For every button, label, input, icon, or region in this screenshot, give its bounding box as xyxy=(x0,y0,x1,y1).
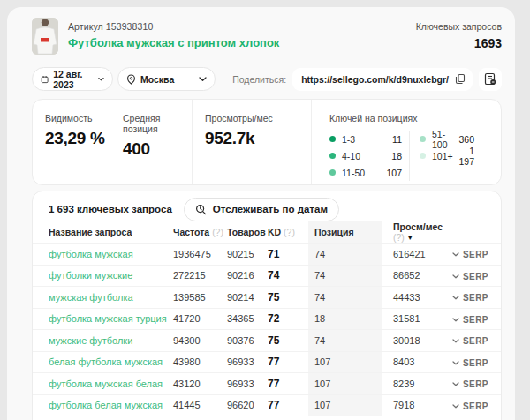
serp-label: SERP xyxy=(463,336,488,346)
col-header-products[interactable]: Товаров xyxy=(227,227,268,237)
serp-link[interactable]: SERP xyxy=(452,336,488,346)
product-text: Артикул 153938310 Футболка мужская с при… xyxy=(68,18,279,49)
legend-dot xyxy=(329,169,336,176)
keywords-summary: Ключевых запросов 1693 xyxy=(416,18,502,50)
position-cell: 74 xyxy=(308,287,382,308)
legend-count: 107 xyxy=(386,168,402,178)
copy-icon[interactable] xyxy=(455,73,466,85)
report-button[interactable] xyxy=(479,68,502,91)
frequency-cell: 272215 xyxy=(173,270,227,281)
stat-avg-position: Средняя позиция 400 xyxy=(110,100,192,184)
date-value: 12 авг. 2023 xyxy=(53,69,94,90)
track-by-dates-label: Отслеживать по датам xyxy=(213,204,328,214)
query-link[interactable]: футболка мужская белая xyxy=(49,379,163,389)
chevron-down-icon xyxy=(452,382,459,386)
product-title-link[interactable]: Футболка мужская с принтом хлопок xyxy=(68,36,279,49)
key-positions-label: Ключей на позициях xyxy=(329,113,501,124)
legend-count: 360 xyxy=(458,134,474,145)
serp-label: SERP xyxy=(463,358,488,368)
table-header-row: Название запроса Частота (?) Товаров KD … xyxy=(33,221,501,243)
keywords-label: Ключевых запросов xyxy=(416,21,502,32)
views-cell: 30018 xyxy=(382,335,452,346)
position-cell: 74 xyxy=(308,244,382,265)
serp-label: SERP xyxy=(463,379,488,389)
views-cell: 44433 xyxy=(382,292,452,303)
hint-icon[interactable]: (?) xyxy=(284,227,295,237)
products-cell: 34365 xyxy=(227,313,268,324)
col-header-position[interactable]: Позиция xyxy=(308,221,382,243)
query-link[interactable]: футболка мужская xyxy=(49,249,133,259)
chevron-down-icon xyxy=(98,77,104,82)
query-link[interactable]: мужская футболка xyxy=(49,292,133,303)
serp-label: SERP xyxy=(463,250,488,259)
city-value: Москва xyxy=(140,74,174,85)
chevron-down-icon xyxy=(452,339,459,343)
col-header-kd[interactable]: KD (?) xyxy=(268,227,308,237)
positions-legend: 1-3 11 4-10 18 11-50 107 xyxy=(329,131,501,181)
stat-views-month-label: Просмотры/мес xyxy=(205,113,311,124)
frequency-cell: 41720 xyxy=(173,313,227,324)
table-row[interactable]: футболка мужская турция 41720 34365 72 1… xyxy=(33,308,501,330)
stat-visibility: Видимость 23,29 % xyxy=(33,100,110,184)
frequency-cell: 1936475 xyxy=(173,249,227,259)
table-row[interactable]: футболка мужская белая 43120 96933 77 10… xyxy=(33,372,501,394)
serp-link[interactable]: SERP xyxy=(452,272,488,281)
kd-cell: 74 xyxy=(268,269,308,281)
products-cell: 90214 xyxy=(227,292,268,303)
query-link[interactable]: футболки мужские xyxy=(49,270,132,281)
product-image[interactable] xyxy=(32,18,58,55)
report-file-icon xyxy=(484,72,496,86)
map-pin-icon xyxy=(126,74,136,85)
views-cell: 31581 xyxy=(382,313,452,324)
serp-label: SERP xyxy=(463,315,488,325)
serp-link[interactable]: SERP xyxy=(452,401,488,411)
legend-count: 11 xyxy=(392,134,402,145)
serp-link[interactable]: SERP xyxy=(452,358,488,368)
views-cell: 8239 xyxy=(382,379,452,389)
serp-link[interactable]: SERP xyxy=(452,250,488,259)
frequency-cell: 43120 xyxy=(173,379,227,389)
track-by-dates-button[interactable]: Отслеживать по датам xyxy=(184,198,339,221)
serp-link[interactable]: SERP xyxy=(452,293,488,303)
hint-icon[interactable]: (?) xyxy=(212,227,223,237)
table-row[interactable]: футболка мужская 1936475 90215 71 74 616… xyxy=(33,243,501,265)
chevron-down-icon xyxy=(199,77,207,82)
stat-views-month: Просмотры/мес 952.7k xyxy=(192,100,311,184)
products-cell: 96933 xyxy=(227,356,268,367)
query-link[interactable]: белая футболка мужская xyxy=(49,356,163,367)
hint-icon[interactable]: (?) xyxy=(393,232,405,243)
calendar-icon xyxy=(41,74,49,85)
chevron-down-icon xyxy=(452,296,459,300)
products-cell: 96620 xyxy=(227,400,268,410)
serp-link[interactable]: SERP xyxy=(452,315,488,325)
col-header-name: Название запроса xyxy=(33,227,173,237)
stat-visibility-label: Видимость xyxy=(45,113,110,124)
stat-avg-position-value: 400 xyxy=(123,139,192,159)
legend-item: 11-50 107 xyxy=(329,164,402,181)
date-picker[interactable]: 12 авг. 2023 xyxy=(32,67,113,91)
table-row[interactable]: мужская футболка 139585 90214 75 74 4443… xyxy=(33,286,501,308)
table-row[interactable]: футболка белая мужская 41445 96620 77 10… xyxy=(33,394,501,416)
table-row[interactable]: мужские футболки 94300 90376 75 74 30018… xyxy=(33,329,501,351)
stat-visibility-value: 23,29 % xyxy=(45,129,110,148)
legend-range: 101+ xyxy=(432,151,453,161)
products-cell: 96933 xyxy=(227,379,268,389)
sort-desc-icon[interactable]: ▼ xyxy=(407,235,413,241)
table-body: футболка мужская 1936475 90215 71 74 616… xyxy=(33,243,501,416)
table-row[interactable]: белая футболка мужская 43980 96933 77 10… xyxy=(33,351,501,373)
position-cell: 18 xyxy=(308,309,382,330)
col-header-frequency[interactable]: Частота (?) xyxy=(173,227,227,237)
table-row[interactable]: футболки мужские 272215 90216 74 74 8665… xyxy=(33,265,501,287)
products-cell: 90376 xyxy=(227,335,268,346)
legend-range: 4-10 xyxy=(342,151,391,161)
col-header-views[interactable]: Просм/мес (?)▼ xyxy=(382,221,452,243)
city-selector[interactable]: Москва xyxy=(117,67,216,91)
legend-range: 11-50 xyxy=(342,168,386,178)
main-panel: Артикул 153938310 Футболка мужская с при… xyxy=(7,7,515,420)
chevron-down-icon xyxy=(452,252,459,257)
share-url-field[interactable]: https://sellego.com/k/d9nuxlebgr/ xyxy=(292,68,473,91)
serp-link[interactable]: SERP xyxy=(452,379,488,389)
query-link[interactable]: мужские футболки xyxy=(49,335,132,346)
query-link[interactable]: футболка белая мужская xyxy=(49,400,163,410)
query-link[interactable]: футболка мужская турция xyxy=(49,313,167,324)
